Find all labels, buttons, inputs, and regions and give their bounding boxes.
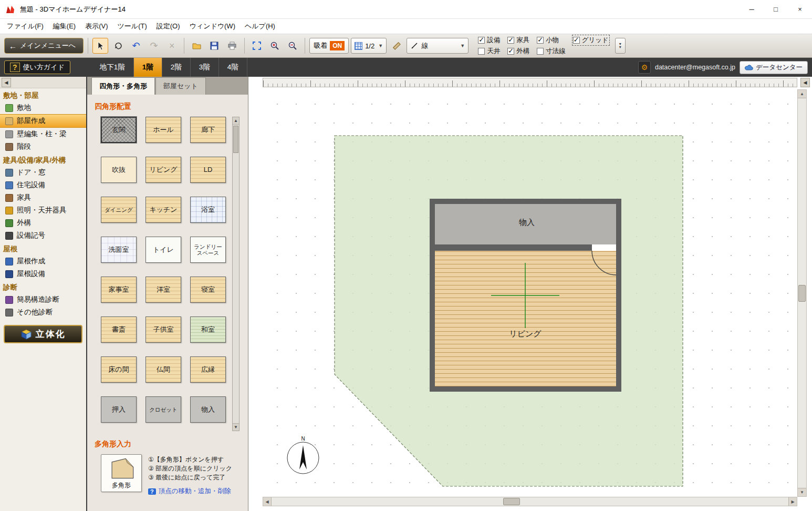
- scroll-up-arrow[interactable]: ▲: [233, 117, 239, 125]
- vertex-edit-link[interactable]: 頂点の移動・追加・削除: [159, 487, 231, 496]
- room-type-button[interactable]: 玄関: [101, 117, 137, 143]
- toolbar-checkbox[interactable]: 設備: [478, 36, 500, 45]
- menu-item[interactable]: 設定(O): [152, 19, 185, 33]
- room-type-button[interactable]: 広縁: [190, 356, 226, 383]
- open-file-button[interactable]: [189, 38, 204, 54]
- checkbox-box[interactable]: [507, 37, 514, 44]
- sidebar-item[interactable]: 屋根設備: [0, 268, 86, 280]
- canvas-collapse-button[interactable]: ◀: [800, 78, 810, 87]
- floor-tab[interactable]: 1階: [134, 58, 162, 77]
- usage-guide-button[interactable]: ? 使い方ガイド: [4, 60, 70, 74]
- room-type-button[interactable]: キッチン: [145, 197, 181, 223]
- sidebar-item[interactable]: 住宅設備: [0, 179, 86, 191]
- save-button[interactable]: [206, 38, 222, 54]
- sidebar-item[interactable]: 家具: [0, 191, 86, 204]
- sidebar-item[interactable]: 外構: [0, 217, 86, 229]
- scroll-down-arrow[interactable]: ▼: [233, 423, 239, 431]
- room-type-button[interactable]: クロゼット: [145, 396, 181, 423]
- floor-tab[interactable]: 地下1階: [91, 58, 134, 77]
- toolbar-checkbox[interactable]: 小物: [537, 36, 566, 45]
- room-type-button[interactable]: ダイニング: [101, 197, 137, 223]
- room-type-button[interactable]: 寝室: [190, 277, 226, 303]
- sidebar-item[interactable]: 屋根作成: [0, 255, 86, 268]
- scroll-left-arrow[interactable]: ◀: [263, 497, 272, 506]
- menu-item[interactable]: ファイル(F): [2, 19, 48, 33]
- sidebar-item[interactable]: その他診断: [0, 306, 86, 319]
- scrollbar-thumb[interactable]: [503, 498, 520, 505]
- sidebar-item[interactable]: 照明・天井器具: [0, 204, 86, 217]
- checkbox-box[interactable]: [507, 48, 514, 55]
- room-type-button[interactable]: LD: [190, 157, 226, 183]
- menu-item[interactable]: ウィンドウ(W): [185, 19, 240, 33]
- measure-tool-button[interactable]: [389, 38, 404, 54]
- print-button[interactable]: [224, 38, 240, 54]
- room-type-button[interactable]: 子供室: [145, 316, 181, 343]
- sidebar-item[interactable]: 簡易構造診断: [0, 293, 86, 306]
- grid-scale-select[interactable]: 1/2 ▼: [351, 38, 387, 54]
- zoom-in-button[interactable]: [267, 38, 283, 54]
- undo-button[interactable]: ↶: [128, 38, 144, 54]
- sidebar-item[interactable]: 設備記号: [0, 229, 86, 242]
- maximize-button[interactable]: □: [764, 0, 788, 18]
- panel-tab[interactable]: 部屋セット: [155, 77, 206, 95]
- sidebar-item[interactable]: 壁編集・柱・梁: [0, 128, 86, 140]
- sidebar-item[interactable]: 敷地: [0, 101, 86, 114]
- panel-scrollbar[interactable]: ▲ ▼: [232, 117, 240, 431]
- panel-tab[interactable]: 四角形・多角形: [91, 77, 155, 95]
- scrollbar-thumb[interactable]: [233, 126, 238, 153]
- polygon-tool-button[interactable]: 多角形: [101, 454, 142, 492]
- floor-tab[interactable]: 4階: [219, 58, 247, 77]
- drawing-area[interactable]: 物入 リビング N: [263, 87, 797, 497]
- scroll-up-arrow[interactable]: ▲: [798, 90, 806, 98]
- redo-button[interactable]: ↷: [146, 38, 162, 54]
- checkbox-box[interactable]: [478, 37, 485, 44]
- room-type-button[interactable]: ランドリースペース: [190, 237, 226, 263]
- scroll-down-arrow[interactable]: ▼: [798, 488, 806, 496]
- room-type-button[interactable]: 和室: [190, 316, 226, 343]
- vertical-scrollbar[interactable]: ▲ ▼: [797, 89, 807, 497]
- datacenter-button[interactable]: データセンター: [740, 61, 808, 74]
- checkbox-box[interactable]: [537, 48, 544, 55]
- toolbar-checkbox[interactable]: 外構: [507, 47, 529, 56]
- solidify-3d-button[interactable]: 立体化: [4, 325, 82, 343]
- delete-button[interactable]: ×: [164, 38, 180, 54]
- scrollbar-thumb[interactable]: [798, 285, 806, 302]
- room-type-button[interactable]: ホール: [145, 117, 181, 143]
- sidebar-item[interactable]: 部屋作成: [0, 114, 86, 128]
- checkbox-box[interactable]: [537, 37, 544, 44]
- menu-item[interactable]: ヘルプ(H): [240, 19, 280, 33]
- sidebar-item[interactable]: 階段: [0, 140, 86, 153]
- toolbar-checkbox[interactable]: グリッド: [573, 36, 609, 45]
- room-type-button[interactable]: リビング: [145, 157, 181, 183]
- menu-item[interactable]: ツール(T): [113, 19, 152, 33]
- zoom-out-button[interactable]: [285, 38, 300, 54]
- minimize-button[interactable]: ─: [740, 0, 764, 18]
- fit-to-screen-button[interactable]: [249, 38, 265, 54]
- line-style-select[interactable]: 線 ▼: [407, 38, 469, 54]
- room-type-button[interactable]: 押入: [101, 396, 137, 423]
- room-type-button[interactable]: 仏間: [145, 356, 181, 383]
- select-tool-button[interactable]: [92, 38, 108, 54]
- room-type-button[interactable]: 吹抜: [101, 157, 137, 183]
- main-menu-button[interactable]: ← メインメニューへ: [4, 38, 84, 54]
- horizontal-scrollbar[interactable]: ◀ ▶: [263, 497, 797, 506]
- close-button[interactable]: ×: [788, 0, 812, 18]
- toolbar-expand-button[interactable]: ▾ ▾: [615, 38, 626, 54]
- snap-toggle-button[interactable]: 吸着 ON: [309, 38, 349, 54]
- room-type-button[interactable]: 廊下: [190, 117, 226, 143]
- toolbar-checkbox[interactable]: 寸法線: [537, 47, 566, 56]
- scroll-right-arrow[interactable]: ▶: [788, 497, 797, 506]
- checkbox-box[interactable]: [478, 48, 485, 55]
- rotate-view-tool-button[interactable]: [110, 38, 126, 54]
- room-type-button[interactable]: トイレ: [145, 237, 181, 263]
- room-type-button[interactable]: 家事室: [101, 277, 137, 303]
- settings-gear-button[interactable]: ⚙: [638, 61, 651, 74]
- room-type-button[interactable]: 床の間: [101, 356, 137, 383]
- room-type-button[interactable]: 物入: [190, 396, 226, 423]
- toolbar-checkbox[interactable]: 家具: [507, 36, 529, 45]
- floor-tab[interactable]: 2階: [162, 58, 191, 77]
- room-type-button[interactable]: 洋室: [145, 277, 181, 303]
- floor-tab[interactable]: 3階: [191, 58, 219, 77]
- sidebar-collapse-button[interactable]: ◀: [2, 78, 11, 87]
- sidebar-item[interactable]: ドア・窓: [0, 166, 86, 179]
